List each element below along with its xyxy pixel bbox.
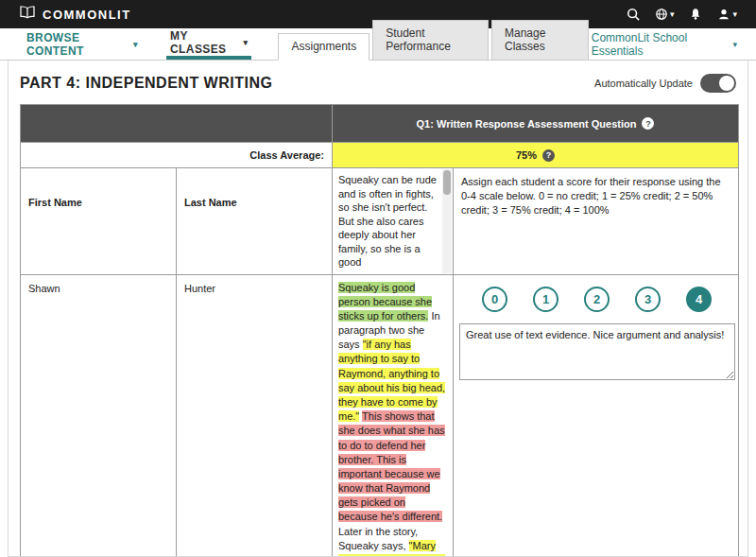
class-average-value: 75%: [516, 149, 537, 161]
chevron-down-icon: ▾: [133, 40, 138, 49]
auto-update-label: Automatically Update: [594, 78, 693, 89]
help-icon[interactable]: ?: [642, 117, 654, 130]
book-icon: [19, 6, 36, 23]
chevron-down-icon: ▾: [244, 38, 249, 47]
chevron-down-icon: ▾: [732, 9, 737, 19]
question-header-cell: Q1: Written Response Assessment Question…: [333, 105, 739, 143]
scale-instructions-cell: Assign each student a score for their re…: [454, 168, 739, 275]
score-button-3[interactable]: 3: [635, 287, 661, 312]
class-average-label: Class Average:: [21, 143, 333, 168]
class-average-row: Class Average: 75% ?: [21, 143, 739, 168]
score-button-4[interactable]: 4: [686, 287, 712, 312]
prompt-preview-cell: Squeaky can be rude and is often in figh…: [333, 168, 454, 275]
score-buttons: 01234: [459, 287, 732, 312]
class-tabs: Assignments Student Performance Manage C…: [278, 28, 591, 60]
toggle-knob: [719, 76, 734, 91]
globe-icon: [655, 8, 668, 21]
prompt-preview-text: Squeaky can be rude and is often in figh…: [333, 168, 453, 274]
tab-manage-classes[interactable]: Manage Classes: [491, 20, 589, 61]
scrollbar-thumb[interactable]: [443, 170, 451, 195]
question-header-row: Q1: Written Response Assessment Question…: [21, 105, 739, 143]
bell-icon[interactable]: [689, 8, 702, 21]
school-selector-label: CommonLit School Essentials: [592, 31, 730, 58]
class-average-cell: 75% ?: [333, 143, 739, 168]
score-button-0[interactable]: 0: [482, 287, 507, 312]
tab-assignments[interactable]: Assignments: [278, 33, 369, 61]
question-header-spacer: [21, 105, 333, 143]
topbar-actions: ▾ ▾: [627, 8, 737, 21]
teacher-comment-input[interactable]: Great use of text evidence. Nice argumen…: [459, 323, 735, 380]
tab-student-performance[interactable]: Student Performance: [372, 20, 489, 61]
student-response: Squeaky is good person because she stick…: [333, 275, 453, 557]
response-segment: "if any has anything to say to Raymond, …: [338, 339, 445, 422]
search-icon[interactable]: [627, 8, 640, 21]
student-response-cell: Squeaky is good person because she stick…: [333, 274, 454, 557]
response-segment: This shows that she does what she has to…: [338, 410, 445, 522]
student-score-cell: 01234 Great use of text evidence. Nice a…: [454, 274, 739, 557]
school-selector[interactable]: CommonLit School Essentials ▾: [592, 31, 737, 58]
auto-update-control: Automatically Update: [594, 74, 736, 93]
page-title: PART 4: INDEPENDENT WRITING: [20, 75, 272, 92]
scrollbar[interactable]: [442, 169, 452, 273]
chevron-down-icon: ▾: [670, 9, 675, 19]
chevron-down-icon: ▾: [732, 40, 737, 49]
auto-update-toggle[interactable]: [700, 74, 736, 93]
grading-table: Q1: Written Response Assessment Question…: [20, 104, 739, 557]
nav-my-classes-label: MY CLASSES: [170, 29, 240, 56]
column-header-row: First Name Last Name Squeaky can be rude…: [21, 168, 739, 275]
brand-name: COMMONLIT: [43, 8, 131, 22]
student-last-name: Hunter: [177, 274, 333, 557]
help-icon[interactable]: ?: [542, 149, 555, 162]
student-first-name: Shawn: [21, 274, 177, 557]
column-last-name: Last Name: [177, 168, 333, 275]
nav-browse-content-label: BROWSE CONTENT: [26, 31, 129, 58]
column-first-name: First Name: [21, 168, 177, 275]
response-segment: Squeaky is good person because she stick…: [338, 282, 432, 322]
commonlit-logo[interactable]: COMMONLIT: [19, 6, 131, 23]
student-row: Shawn Hunter Squeaky is good person beca…: [21, 274, 739, 557]
globe-menu-button[interactable]: ▾: [655, 8, 675, 21]
nav-my-classes[interactable]: MY CLASSES ▾: [166, 28, 251, 60]
response-segment: Later in the story, Squeaky says,: [338, 526, 418, 551]
secondary-nav: BROWSE CONTENT ▾ MY CLASSES ▾ Assignment…: [0, 28, 756, 61]
user-icon: [717, 8, 730, 21]
nav-browse-content[interactable]: BROWSE CONTENT ▾: [23, 28, 142, 60]
score-button-1[interactable]: 1: [533, 287, 558, 312]
scale-instructions-text: Assign each student a score for their re…: [454, 168, 738, 224]
score-button-2[interactable]: 2: [584, 287, 610, 312]
page-header: PART 4: INDEPENDENT WRITING Automaticall…: [20, 74, 736, 93]
user-menu-button[interactable]: ▾: [717, 8, 737, 21]
assignments-page: PART 4: INDEPENDENT WRITING Automaticall…: [8, 61, 748, 557]
question-header-label: Q1: Written Response Assessment Question: [417, 118, 637, 130]
